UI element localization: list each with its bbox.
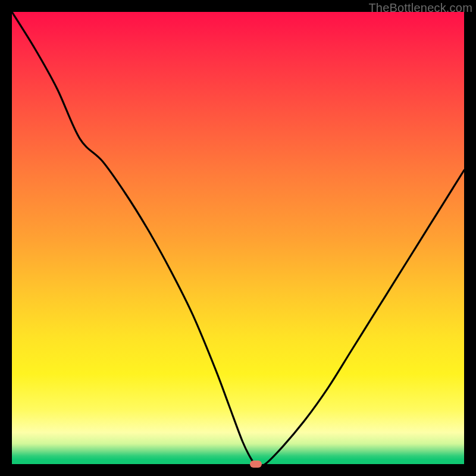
gradient-plot-area (12, 12, 464, 464)
watermark-text: TheBottleneck.com (368, 1, 472, 15)
minimum-marker (250, 461, 262, 468)
bottleneck-curve (12, 12, 464, 464)
chart-frame: TheBottleneck.com (0, 0, 476, 476)
